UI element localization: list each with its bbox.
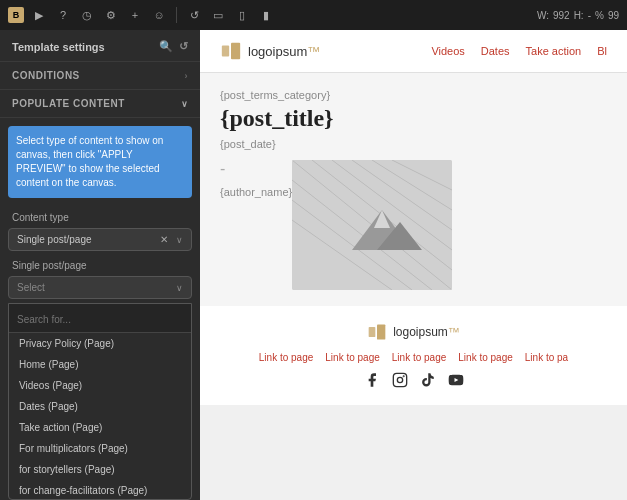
footer-links: Link to page Link to page Link to page L… (220, 352, 607, 363)
logo-icon (220, 40, 242, 62)
chevron-down-icon: ∨ (176, 283, 183, 293)
desktop-icon[interactable]: ▭ (209, 6, 227, 24)
zoom-value: 99 (608, 10, 619, 21)
canvas-inner: logoipsum™ Videos Dates Take action Bl {… (200, 30, 627, 500)
content-type-value: Single post/page (17, 234, 92, 245)
conditions-chevron: › (185, 71, 189, 81)
info-icon[interactable]: ? (54, 6, 72, 24)
info-box: Select type of content to show on canvas… (8, 126, 192, 198)
site-nav: logoipsum™ Videos Dates Take action Bl (200, 30, 627, 73)
dropdown-item[interactable]: Privacy Policy (Page) (9, 333, 191, 354)
top-bar-right: W: 992 H: - % 99 (537, 10, 619, 21)
height-label: H: (574, 10, 584, 21)
tablet-icon[interactable]: ▯ (233, 6, 251, 24)
info-text: Select type of content to show on canvas… (16, 135, 163, 188)
divider (176, 7, 177, 23)
zoom-label: % (595, 10, 604, 21)
nav-link-videos[interactable]: Videos (431, 45, 464, 57)
play-icon[interactable]: ▶ (30, 6, 48, 24)
site-logo: logoipsum™ (220, 40, 320, 62)
footer-link-3[interactable]: Link to page (392, 352, 447, 363)
populate-chevron: ∨ (181, 99, 189, 109)
dropdown-item[interactable]: For multiplicators (Page) (9, 438, 191, 459)
search-box (9, 304, 191, 333)
clear-button[interactable]: ✕ (160, 234, 168, 245)
hero-image-svg (292, 160, 452, 290)
site-content: {post_terms_category} {post_title} {post… (200, 73, 627, 306)
dropdown-item[interactable]: for change-facilitators (Page) (9, 480, 191, 500)
sidebar-header-icons: 🔍 ↺ (159, 40, 188, 53)
app-logo: B (8, 7, 24, 23)
site-footer: logoipsum™ Link to page Link to page Lin… (200, 306, 627, 405)
dropdown-panel: Privacy Policy (Page)Home (Page)Videos (… (8, 303, 192, 500)
select-placeholder: Select (17, 282, 45, 293)
height-value: - (588, 10, 591, 21)
site-nav-links: Videos Dates Take action Bl (431, 45, 607, 57)
footer-logo-text: logoipsum™ (393, 325, 460, 339)
mobile-icon[interactable]: ▮ (257, 6, 275, 24)
svg-rect-17 (393, 373, 406, 386)
dropdown-list: Privacy Policy (Page)Home (Page)Videos (… (9, 333, 191, 500)
nav-link-blog[interactable]: Bl (597, 45, 607, 57)
svg-point-19 (403, 376, 404, 377)
footer-link-5[interactable]: Link to pa (525, 352, 568, 363)
search-input[interactable] (17, 314, 183, 325)
refresh-icon[interactable]: ↺ (179, 40, 188, 53)
nav-link-dates[interactable]: Dates (481, 45, 510, 57)
footer-link-1[interactable]: Link to page (259, 352, 314, 363)
content-row: - {author_name} (220, 160, 607, 290)
sidebar-header: Template settings 🔍 ↺ (0, 30, 200, 62)
post-title: {post_title} (220, 105, 607, 132)
svg-rect-0 (222, 46, 229, 57)
select-dropdown[interactable]: Select ∨ (8, 276, 192, 299)
post-category: {post_terms_category} (220, 89, 607, 101)
content-type-select[interactable]: Single post/page ✕ ∨ (8, 228, 192, 251)
dropdown-item[interactable]: Videos (Page) (9, 375, 191, 396)
conditions-header[interactable]: CONDITIONS › (0, 62, 200, 89)
add-icon[interactable]: + (126, 6, 144, 24)
sidebar-title: Template settings (12, 41, 105, 53)
footer-link-2[interactable]: Link to page (325, 352, 380, 363)
author-dash: - (220, 160, 225, 177)
canvas-area: logoipsum™ Videos Dates Take action Bl {… (200, 30, 627, 500)
svg-rect-1 (231, 43, 240, 60)
footer-logo: logoipsum™ (220, 322, 607, 342)
reload-icon[interactable]: ↺ (185, 6, 203, 24)
width-label: W: (537, 10, 549, 21)
post-date: {post_date} (220, 138, 607, 150)
settings-icon[interactable]: ⚙ (102, 6, 120, 24)
nav-link-take-action[interactable]: Take action (526, 45, 582, 57)
sidebar: Template settings 🔍 ↺ CONDITIONS › POPUL… (0, 30, 200, 500)
dropdown-item[interactable]: Take action (Page) (9, 417, 191, 438)
main-layout: Template settings 🔍 ↺ CONDITIONS › POPUL… (0, 0, 627, 500)
footer-socials (220, 371, 607, 389)
dropdown-item[interactable]: Dates (Page) (9, 396, 191, 417)
conditions-section: CONDITIONS › (0, 62, 200, 90)
single-post-label: Single post/page (0, 257, 200, 274)
conditions-label: CONDITIONS (12, 70, 80, 81)
history-icon[interactable]: ◷ (78, 6, 96, 24)
youtube-icon[interactable] (447, 371, 465, 389)
svg-point-18 (397, 377, 402, 382)
svg-rect-15 (369, 327, 376, 337)
dropdown-item[interactable]: Home (Page) (9, 354, 191, 375)
search-icon[interactable]: 🔍 (159, 40, 173, 53)
width-value: 992 (553, 10, 570, 21)
face-icon[interactable]: ☺ (150, 6, 168, 24)
author-name: {author_name} (220, 178, 292, 198)
populate-label: POPULATE CONTENT (12, 98, 125, 109)
hero-image (292, 160, 452, 290)
facebook-icon[interactable] (363, 371, 381, 389)
populate-section: POPULATE CONTENT ∨ Select type of conten… (0, 90, 200, 500)
content-type-label: Content type (0, 206, 200, 226)
top-bar: B ▶ ? ◷ ⚙ + ☺ ↺ ▭ ▯ ▮ W: 992 H: - % 99 (0, 0, 627, 30)
author-block: - {author_name} (220, 160, 292, 290)
dropdown-item[interactable]: for storytellers (Page) (9, 459, 191, 480)
instagram-icon[interactable] (391, 371, 409, 389)
chevron-down-icon: ∨ (176, 235, 183, 245)
footer-link-4[interactable]: Link to page (458, 352, 513, 363)
site-logo-text: logoipsum™ (248, 44, 320, 59)
populate-header[interactable]: POPULATE CONTENT ∨ (0, 90, 200, 118)
tiktok-icon[interactable] (419, 371, 437, 389)
footer-logo-icon (367, 322, 387, 342)
